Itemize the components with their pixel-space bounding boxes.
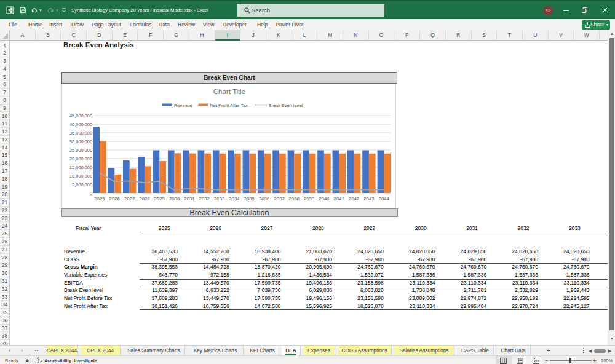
svg-text:2036: 2036: [259, 196, 269, 201]
svg-text:25,000,000: 25,000,000: [69, 147, 92, 152]
svg-text:Net Profit After Tax: Net Profit After Tax: [210, 103, 248, 108]
svg-text:5,000,000: 5,000,000: [72, 181, 92, 187]
svg-text:15,000,000: 15,000,000: [69, 164, 92, 170]
svg-text:2030: 2030: [169, 196, 180, 201]
svg-text:2025: 2025: [94, 196, 105, 201]
svg-text:2028: 2028: [139, 196, 149, 201]
svg-text:Chart Title: Chart Title: [213, 88, 245, 95]
svg-text:40,000,000: 40,000,000: [69, 121, 92, 127]
svg-text:2026: 2026: [109, 196, 120, 201]
svg-text:2043: 2043: [363, 196, 374, 201]
svg-text:2037: 2037: [274, 196, 284, 201]
svg-text:2027: 2027: [124, 196, 135, 201]
svg-text:2040: 2040: [319, 196, 330, 201]
svg-text:Break Even level: Break Even level: [269, 103, 303, 108]
svg-text:2044: 2044: [379, 196, 390, 201]
svg-text:2038: 2038: [289, 196, 300, 201]
svg-text:2041: 2041: [334, 196, 344, 201]
svg-text:2033: 2033: [214, 196, 224, 201]
svg-text:20,000,000: 20,000,000: [69, 156, 92, 161]
svg-text:2029: 2029: [154, 196, 165, 201]
svg-text:2042: 2042: [349, 196, 359, 201]
svg-text:Revenue: Revenue: [174, 103, 192, 108]
svg-text:2032: 2032: [199, 196, 210, 201]
svg-text:30,000,000: 30,000,000: [69, 138, 92, 144]
svg-text:2035: 2035: [244, 196, 255, 201]
svg-text:2034: 2034: [229, 196, 240, 201]
svg-text:2031: 2031: [184, 196, 194, 201]
svg-text:0: 0: [90, 190, 92, 196]
svg-text:10,000,000: 10,000,000: [69, 173, 92, 178]
svg-text:35,000,000: 35,000,000: [69, 130, 92, 135]
svg-text:2039: 2039: [304, 196, 314, 201]
svg-text:45,000,000: 45,000,000: [69, 113, 92, 118]
